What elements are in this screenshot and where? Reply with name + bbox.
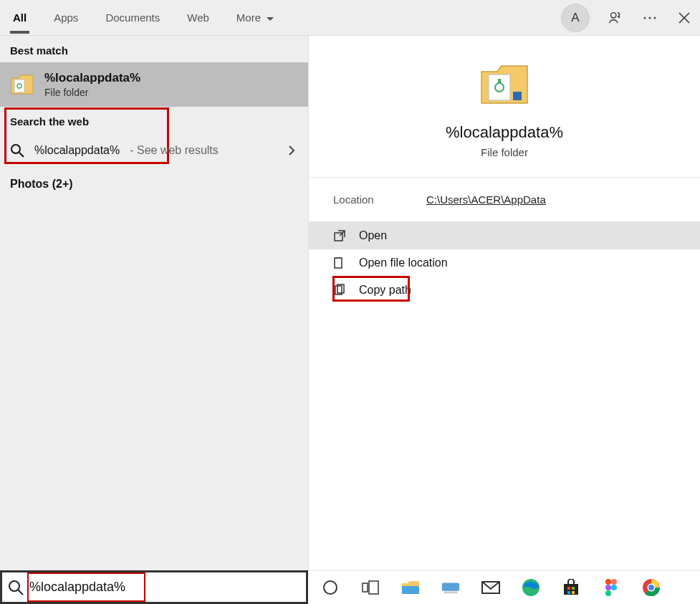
search-icon: [8, 580, 24, 595]
tab-documents[interactable]: Documents: [105, 3, 160, 32]
search-input[interactable]: [29, 572, 300, 602]
best-match-subtitle: File folder: [44, 87, 140, 98]
svg-rect-9: [498, 79, 501, 83]
mail-icon[interactable]: [481, 578, 500, 597]
chevron-right-icon: [288, 145, 295, 156]
close-icon[interactable]: [676, 9, 693, 27]
web-query-text: %localappdata%: [34, 144, 120, 157]
preview-panel: %localappdata% File folder Location C:\U…: [308, 36, 700, 570]
svg-rect-17: [363, 583, 368, 592]
action-open-label: Open: [359, 229, 387, 242]
location-row: Location C:\Users\ACER\AppData: [309, 178, 700, 222]
svg-point-32: [611, 585, 617, 590]
tab-more[interactable]: More: [236, 3, 274, 32]
best-match-header: Best match: [0, 36, 308, 62]
best-match-result[interactable]: %localappdata% File folder: [0, 62, 308, 107]
svg-rect-7: [489, 75, 510, 100]
location-label: Location: [333, 193, 426, 206]
search-icon: [10, 143, 24, 158]
chevron-down-icon: [267, 17, 274, 21]
folder-icon: [10, 72, 34, 97]
svg-point-33: [605, 590, 611, 596]
tab-web[interactable]: Web: [187, 3, 209, 32]
preview-subtitle: File folder: [481, 146, 528, 158]
action-copy-path[interactable]: Copy path: [309, 277, 700, 304]
action-copy-path-label: Copy path: [359, 284, 411, 297]
svg-rect-10: [513, 92, 522, 100]
file-explorer-icon[interactable]: [401, 578, 420, 597]
search-box[interactable]: [0, 570, 308, 604]
tab-more-label: More: [236, 11, 261, 24]
action-open-location[interactable]: Open file location: [309, 249, 700, 277]
svg-rect-20: [442, 583, 459, 591]
more-options-icon[interactable]: [641, 9, 658, 27]
folder-icon-large: [479, 62, 530, 107]
results-panel: Best match %localappdata% File folder Se…: [0, 36, 308, 570]
svg-rect-12: [335, 258, 342, 268]
svg-point-36: [648, 585, 654, 590]
task-view-icon[interactable]: [361, 578, 380, 597]
svg-rect-27: [567, 591, 570, 594]
photos-result[interactable]: Photos (2+): [0, 168, 308, 201]
copy-icon: [333, 284, 346, 297]
svg-point-0: [611, 12, 616, 17]
location-path[interactable]: C:\Users\ACER\AppData: [426, 193, 546, 206]
action-open-location-label: Open file location: [359, 257, 448, 269]
preview-title: %localappdata%: [446, 123, 563, 142]
svg-point-15: [9, 581, 19, 591]
svg-point-1: [643, 16, 646, 19]
tab-apps[interactable]: Apps: [54, 3, 78, 32]
search-filter-tabs: All Apps Documents Web More A: [0, 0, 700, 36]
svg-rect-21: [444, 592, 458, 594]
svg-point-6: [11, 145, 20, 153]
search-web-header: Search the web: [0, 107, 308, 133]
svg-point-3: [653, 16, 656, 19]
web-query-suffix: - See web results: [130, 144, 219, 157]
chrome-icon[interactable]: [642, 578, 661, 597]
user-avatar[interactable]: A: [561, 4, 590, 32]
figma-icon[interactable]: [602, 578, 620, 597]
svg-rect-26: [572, 587, 575, 590]
svg-point-30: [611, 579, 617, 585]
onscreen-keyboard-icon[interactable]: [441, 578, 460, 597]
edge-icon[interactable]: [522, 578, 540, 597]
cortana-icon[interactable]: [321, 578, 340, 597]
svg-rect-28: [572, 591, 575, 594]
open-icon: [333, 229, 346, 242]
open-location-icon: [333, 257, 346, 269]
svg-rect-4: [14, 80, 24, 92]
store-icon[interactable]: [562, 578, 580, 597]
svg-rect-18: [369, 581, 378, 594]
svg-rect-19: [402, 586, 419, 594]
svg-rect-25: [567, 587, 570, 590]
feedback-icon[interactable]: [607, 9, 624, 27]
taskbar: [308, 570, 700, 604]
best-match-title: %localappdata%: [44, 71, 140, 85]
svg-point-29: [605, 579, 611, 585]
action-open[interactable]: Open: [309, 222, 700, 249]
svg-point-31: [605, 585, 611, 590]
svg-point-2: [648, 16, 651, 19]
web-search-result[interactable]: %localappdata% - See web results: [0, 133, 308, 168]
tab-all[interactable]: All: [13, 3, 27, 32]
svg-point-16: [324, 581, 337, 594]
svg-rect-24: [564, 584, 578, 595]
